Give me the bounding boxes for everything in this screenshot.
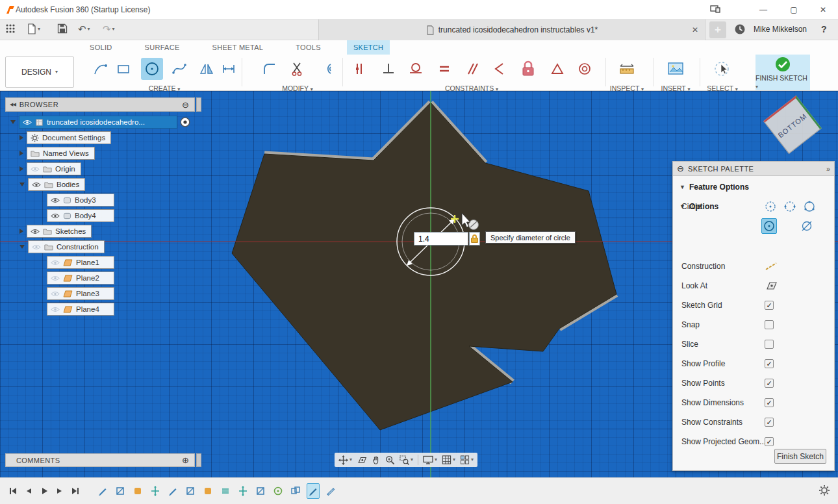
visibility-eye-icon-hidden[interactable]: [51, 307, 60, 312]
tab-tools[interactable]: TOOLS: [289, 40, 327, 55]
visibility-eye-icon[interactable]: [23, 120, 32, 125]
tab-sketch[interactable]: SKETCH: [347, 40, 390, 55]
named-views-row[interactable]: Named Views: [27, 147, 95, 160]
slice-checkbox[interactable]: [765, 340, 774, 349]
close-document-icon[interactable]: ✕: [692, 25, 698, 34]
visibility-eye-icon-hidden[interactable]: [51, 291, 60, 297]
dimension-lock-icon[interactable]: [469, 232, 480, 246]
sketch-palette-header[interactable]: ⊖ SKETCH PALETTE »: [673, 162, 834, 176]
minimize-palette-icon[interactable]: ⊖: [677, 164, 684, 173]
finish-sketch-palette-button[interactable]: Finish Sketch: [774, 449, 826, 464]
vertical-horizontal-constraint-button[interactable]: [377, 58, 400, 80]
diameter-dimension-input[interactable]: [414, 232, 468, 246]
fillet-tool-button[interactable]: [259, 58, 281, 80]
document-tab[interactable]: truncated icosidodecahedron instructable…: [318, 19, 705, 40]
browser-item-document-settings[interactable]: Document Settings: [19, 131, 111, 144]
mirror-tool-button[interactable]: [196, 58, 218, 80]
body3-row[interactable]: Body3: [47, 194, 114, 207]
snap-checkbox[interactable]: [765, 320, 774, 329]
user-account-button[interactable]: Mike Mikkelson: [754, 25, 807, 34]
sketch-grid-checkbox[interactable]: ✓: [765, 301, 774, 310]
browser-item-origin[interactable]: Origin: [19, 162, 81, 175]
fix-lock-constraint-button[interactable]: [517, 58, 539, 80]
timeline-feature-icon[interactable]: [131, 483, 144, 499]
sketches-row[interactable]: Sketches: [27, 225, 92, 238]
add-comment-icon[interactable]: ⊕: [182, 455, 189, 465]
job-status-clock-icon[interactable]: [734, 23, 746, 35]
expand-arrow-icon[interactable]: [19, 229, 23, 234]
help-button[interactable]: ?: [821, 24, 827, 34]
equal-constraint-button[interactable]: [433, 58, 455, 80]
show-points-checkbox[interactable]: ✓: [765, 379, 774, 388]
activate-component-radio[interactable]: [180, 117, 190, 127]
circle-3tangent-icon[interactable]: [799, 218, 815, 234]
collapse-palette-icon[interactable]: »: [826, 165, 830, 173]
rectangle-tool-button[interactable]: [112, 58, 134, 80]
minimize-browser-icon[interactable]: ⊖: [182, 100, 189, 110]
coincident-constraint-button[interactable]: [348, 58, 370, 80]
document-settings-row[interactable]: Document Settings: [27, 131, 111, 144]
go-to-end-button[interactable]: [68, 485, 83, 497]
pan-hand-button[interactable]: [372, 455, 381, 465]
comments-panel-handle[interactable]: [196, 453, 201, 467]
browser-item-bodies[interactable]: Bodies: [19, 178, 85, 191]
visibility-eye-icon-hidden[interactable]: [51, 275, 60, 281]
zoom-button[interactable]: [385, 455, 395, 465]
browser-panel-header[interactable]: ◀◀ BROWSER ⊖: [5, 97, 195, 112]
timeline-feature-icon[interactable]: [289, 483, 302, 499]
section-collapse-icon[interactable]: ▼: [679, 184, 685, 190]
visibility-eye-icon[interactable]: [31, 229, 40, 234]
circle-3point-icon[interactable]: [802, 199, 817, 214]
browser-item-plane4[interactable]: Plane4: [47, 303, 114, 316]
trim-tool-button[interactable]: [286, 58, 309, 80]
visibility-eye-icon-hidden[interactable]: [51, 260, 60, 266]
tab-surface[interactable]: SURFACE: [138, 40, 186, 55]
view-cube-face-label[interactable]: BOTTOM: [776, 112, 808, 139]
undo-button[interactable]: ↶ ▾: [78, 23, 90, 35]
expand-arrow-icon[interactable]: [19, 166, 23, 171]
expand-arrow-icon[interactable]: [19, 183, 25, 186]
circle-2tangent-icon-active[interactable]: [761, 218, 777, 234]
body4-row[interactable]: Body4: [47, 209, 114, 222]
timeline-feature-icon[interactable]: [114, 483, 127, 499]
tab-sheet-metal[interactable]: SHEET METAL: [206, 40, 270, 55]
timeline-feature-icon[interactable]: [201, 483, 214, 499]
display-settings-button[interactable]: ▾: [423, 455, 437, 464]
tangent-constraint-button[interactable]: [405, 58, 427, 80]
timeline-feature-icon[interactable]: [149, 483, 162, 499]
modeling-canvas[interactable]: Specify diameter of circle BOTTOM ◀◀ BRO…: [0, 91, 838, 477]
save-button[interactable]: [57, 23, 68, 34]
expand-arrow-icon[interactable]: [19, 245, 25, 249]
circle-2point-icon[interactable]: [782, 199, 798, 214]
browser-item-body4[interactable]: Body4: [47, 209, 114, 222]
visibility-eye-icon-hidden[interactable]: [31, 166, 40, 172]
timeline-feature-icon[interactable]: [166, 483, 179, 499]
measure-tool-button[interactable]: [616, 58, 638, 80]
dimension-value-field[interactable]: [414, 233, 468, 245]
plane3-row[interactable]: Plane3: [47, 287, 114, 300]
browser-item-construction[interactable]: Construction: [19, 240, 105, 253]
visibility-eye-icon-hidden[interactable]: [32, 244, 41, 250]
symmetry-constraint-button[interactable]: [488, 58, 510, 80]
insert-image-button[interactable]: [665, 58, 687, 80]
timeline-feature-icon[interactable]: [272, 483, 285, 499]
tab-solid[interactable]: SOLID: [83, 40, 119, 55]
sketch-profile-polygon[interactable]: [232, 103, 616, 430]
feature-options-section[interactable]: ▼ Feature Options: [673, 176, 834, 192]
circle-tool-button-active[interactable]: [141, 58, 163, 80]
timeline-feature-icon[interactable]: [254, 483, 267, 499]
expand-arrow-icon[interactable]: [19, 151, 23, 156]
maximize-button[interactable]: ▢: [779, 0, 809, 19]
timeline-settings-gear-icon[interactable]: [819, 485, 830, 498]
status-tray-icon[interactable]: [710, 5, 720, 14]
browser-item-plane2[interactable]: Plane2: [47, 271, 114, 284]
comments-bar[interactable]: COMMENTS ⊕: [5, 453, 195, 467]
new-tab-button[interactable]: +: [709, 21, 726, 38]
visibility-eye-icon[interactable]: [51, 197, 60, 203]
line-tool-button[interactable]: [90, 58, 112, 80]
plane4-row[interactable]: Plane4: [47, 303, 114, 316]
expand-arrow-icon[interactable]: [10, 120, 16, 124]
origin-row[interactable]: Origin: [27, 162, 81, 175]
browser-panel-handle[interactable]: [196, 97, 201, 112]
timeline-feature-icon-selected[interactable]: [307, 483, 320, 499]
